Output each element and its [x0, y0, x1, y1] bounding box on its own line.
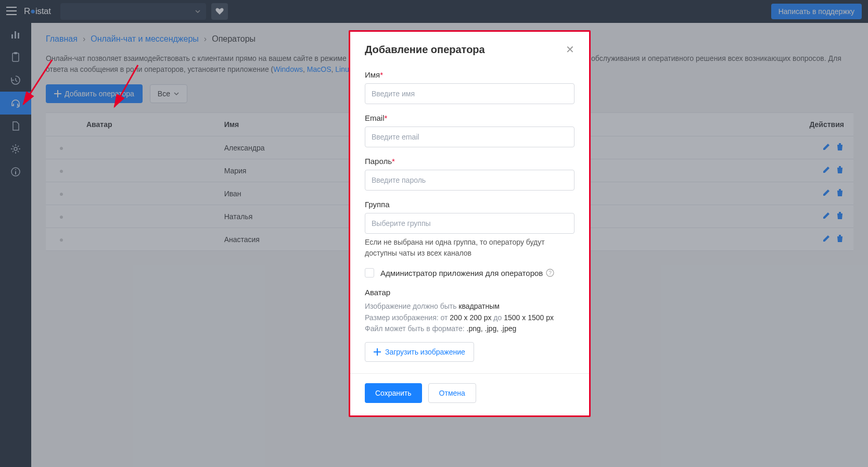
admin-checkbox[interactable]	[365, 268, 374, 277]
cancel-button[interactable]: Отмена	[428, 383, 476, 403]
add-operator-modal: Добавление оператора ✕ Имя* Email* Парол…	[349, 30, 591, 417]
email-label: Email*	[365, 113, 575, 122]
avatar-hint: Изображение должно быть квадратным Разме…	[365, 301, 575, 335]
name-label: Имя*	[365, 70, 575, 79]
modal-title: Добавление оператора	[365, 44, 485, 56]
group-label: Группа	[365, 200, 575, 209]
plus-icon	[374, 348, 381, 356]
modal-close-button[interactable]: ✕	[566, 43, 575, 56]
save-button[interactable]: Сохранить	[365, 383, 422, 403]
password-label: Пароль*	[365, 157, 575, 166]
name-input[interactable]	[365, 83, 575, 104]
upload-image-button[interactable]: Загрузить изображение	[365, 342, 474, 362]
svg-text:?: ?	[549, 270, 552, 276]
password-input[interactable]	[365, 170, 575, 191]
email-input[interactable]	[365, 127, 575, 147]
group-hint: Если не выбрана ни одна группа, то опера…	[365, 237, 575, 259]
group-input[interactable]	[365, 213, 575, 234]
admin-checkbox-label: Администратор приложения для операторов …	[380, 269, 554, 277]
avatar-title: Аватар	[365, 288, 575, 297]
help-icon[interactable]: ?	[546, 269, 554, 277]
